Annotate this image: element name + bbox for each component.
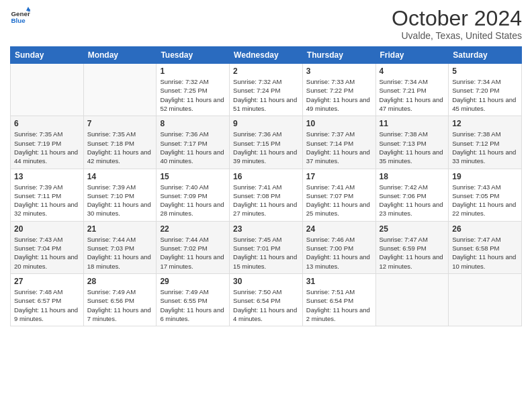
day-number: 12 — [452, 119, 518, 128]
calendar-day-header: Monday — [83, 47, 157, 64]
calendar-cell — [83, 64, 157, 116]
day-number: 24 — [306, 224, 372, 234]
day-number: 13 — [14, 172, 80, 181]
day-info: Sunrise: 7:49 AMSunset: 6:55 PMDaylight:… — [160, 287, 226, 323]
day-number: 16 — [233, 172, 299, 181]
day-info: Sunrise: 7:32 AMSunset: 7:24 PMDaylight:… — [233, 77, 299, 113]
day-info: Sunrise: 7:44 AMSunset: 7:02 PMDaylight:… — [160, 235, 226, 271]
calendar-week-row: 1Sunrise: 7:32 AMSunset: 7:25 PMDaylight… — [11, 64, 522, 116]
calendar-cell — [11, 64, 84, 116]
day-info: Sunrise: 7:40 AMSunset: 7:09 PMDaylight:… — [160, 183, 226, 218]
day-info: Sunrise: 7:47 AMSunset: 6:59 PMDaylight:… — [380, 235, 445, 271]
calendar-cell: 29Sunrise: 7:49 AMSunset: 6:55 PMDayligh… — [157, 273, 230, 326]
calendar-cell: 3Sunrise: 7:33 AMSunset: 7:22 PMDaylight… — [302, 64, 375, 116]
calendar-cell: 18Sunrise: 7:42 AMSunset: 7:06 PMDayligh… — [375, 169, 449, 221]
calendar-header-row: SundayMondayTuesdayWednesdayThursdayFrid… — [11, 47, 522, 64]
calendar-cell: 6Sunrise: 7:35 AMSunset: 7:19 PMDaylight… — [11, 116, 84, 169]
day-number: 26 — [452, 224, 518, 234]
day-number: 27 — [14, 277, 80, 286]
calendar-cell: 25Sunrise: 7:47 AMSunset: 6:59 PMDayligh… — [375, 221, 449, 273]
day-number: 8 — [160, 119, 226, 128]
calendar-cell: 14Sunrise: 7:39 AMSunset: 7:10 PMDayligh… — [83, 169, 157, 221]
day-number: 9 — [233, 119, 299, 128]
calendar-week-row: 13Sunrise: 7:39 AMSunset: 7:11 PMDayligh… — [11, 169, 522, 221]
calendar-cell: 19Sunrise: 7:43 AMSunset: 7:05 PMDayligh… — [449, 169, 522, 221]
calendar-cell: 13Sunrise: 7:39 AMSunset: 7:11 PMDayligh… — [11, 169, 84, 221]
location: Uvalde, Texas, United States — [392, 30, 522, 41]
day-info: Sunrise: 7:50 AMSunset: 6:54 PMDaylight:… — [233, 287, 299, 323]
day-info: Sunrise: 7:45 AMSunset: 7:01 PMDaylight:… — [233, 235, 299, 271]
calendar-cell: 15Sunrise: 7:40 AMSunset: 7:09 PMDayligh… — [157, 169, 230, 221]
calendar-cell: 26Sunrise: 7:47 AMSunset: 6:58 PMDayligh… — [449, 221, 522, 273]
calendar-cell: 20Sunrise: 7:43 AMSunset: 7:04 PMDayligh… — [11, 221, 84, 273]
day-number: 21 — [87, 224, 153, 234]
day-number: 7 — [87, 119, 153, 128]
day-info: Sunrise: 7:43 AMSunset: 7:05 PMDaylight:… — [452, 183, 518, 218]
day-number: 5 — [452, 66, 518, 76]
day-info: Sunrise: 7:43 AMSunset: 7:04 PMDaylight:… — [14, 235, 80, 271]
day-number: 23 — [233, 224, 299, 234]
calendar-cell: 17Sunrise: 7:41 AMSunset: 7:07 PMDayligh… — [302, 169, 375, 221]
calendar-cell: 24Sunrise: 7:46 AMSunset: 7:00 PMDayligh… — [302, 221, 375, 273]
calendar-cell: 11Sunrise: 7:38 AMSunset: 7:13 PMDayligh… — [375, 116, 449, 169]
day-info: Sunrise: 7:38 AMSunset: 7:13 PMDaylight:… — [380, 130, 445, 165]
calendar-day-header: Thursday — [302, 47, 375, 64]
svg-text:General: General — [11, 10, 31, 17]
day-info: Sunrise: 7:33 AMSunset: 7:22 PMDaylight:… — [306, 77, 372, 113]
day-info: Sunrise: 7:34 AMSunset: 7:21 PMDaylight:… — [380, 77, 445, 113]
day-number: 6 — [14, 119, 80, 128]
calendar-day-header: Friday — [375, 47, 449, 64]
title-block: October 2024 Uvalde, Texas, United State… — [392, 7, 522, 41]
day-info: Sunrise: 7:34 AMSunset: 7:20 PMDaylight:… — [452, 77, 518, 113]
day-info: Sunrise: 7:38 AMSunset: 7:12 PMDaylight:… — [452, 130, 518, 165]
calendar-cell — [375, 273, 449, 326]
calendar-cell: 16Sunrise: 7:41 AMSunset: 7:08 PMDayligh… — [230, 169, 303, 221]
calendar-cell: 12Sunrise: 7:38 AMSunset: 7:12 PMDayligh… — [449, 116, 522, 169]
calendar-week-row: 6Sunrise: 7:35 AMSunset: 7:19 PMDaylight… — [11, 116, 522, 169]
day-number: 18 — [380, 172, 445, 181]
day-info: Sunrise: 7:32 AMSunset: 7:25 PMDaylight:… — [160, 77, 226, 113]
day-number: 25 — [380, 224, 445, 234]
calendar-week-row: 20Sunrise: 7:43 AMSunset: 7:04 PMDayligh… — [11, 221, 522, 273]
day-info: Sunrise: 7:39 AMSunset: 7:10 PMDaylight:… — [87, 183, 153, 218]
day-info: Sunrise: 7:41 AMSunset: 7:08 PMDaylight:… — [233, 183, 299, 218]
calendar-cell: 21Sunrise: 7:44 AMSunset: 7:03 PMDayligh… — [83, 221, 157, 273]
calendar-table: SundayMondayTuesdayWednesdayThursdayFrid… — [10, 46, 522, 326]
calendar-cell: 23Sunrise: 7:45 AMSunset: 7:01 PMDayligh… — [230, 221, 303, 273]
calendar-cell: 30Sunrise: 7:50 AMSunset: 6:54 PMDayligh… — [230, 273, 303, 326]
calendar-cell: 9Sunrise: 7:36 AMSunset: 7:15 PMDaylight… — [230, 116, 303, 169]
day-number: 2 — [233, 66, 299, 76]
day-number: 20 — [14, 224, 80, 234]
calendar-day-header: Wednesday — [230, 47, 303, 64]
day-number: 30 — [233, 277, 299, 286]
calendar-cell: 28Sunrise: 7:49 AMSunset: 6:56 PMDayligh… — [83, 273, 157, 326]
day-number: 4 — [380, 66, 445, 76]
day-info: Sunrise: 7:46 AMSunset: 7:00 PMDaylight:… — [306, 235, 372, 271]
calendar-cell: 4Sunrise: 7:34 AMSunset: 7:21 PMDaylight… — [375, 64, 449, 116]
calendar-cell: 2Sunrise: 7:32 AMSunset: 7:24 PMDaylight… — [230, 64, 303, 116]
calendar-cell: 7Sunrise: 7:35 AMSunset: 7:18 PMDaylight… — [83, 116, 157, 169]
calendar-cell: 31Sunrise: 7:51 AMSunset: 6:54 PMDayligh… — [302, 273, 375, 326]
page-header: General Blue October 2024 Uvalde, Texas,… — [10, 7, 522, 41]
day-number: 10 — [306, 119, 372, 128]
day-info: Sunrise: 7:48 AMSunset: 6:57 PMDaylight:… — [14, 287, 80, 323]
day-number: 3 — [306, 66, 372, 76]
day-info: Sunrise: 7:39 AMSunset: 7:11 PMDaylight:… — [14, 183, 80, 218]
calendar-cell: 1Sunrise: 7:32 AMSunset: 7:25 PMDaylight… — [157, 64, 230, 116]
day-number: 28 — [87, 277, 153, 286]
day-info: Sunrise: 7:42 AMSunset: 7:06 PMDaylight:… — [380, 183, 445, 218]
svg-text:Blue: Blue — [11, 17, 26, 24]
day-number: 14 — [87, 172, 153, 181]
calendar-cell: 22Sunrise: 7:44 AMSunset: 7:02 PMDayligh… — [157, 221, 230, 273]
calendar-cell — [449, 273, 522, 326]
calendar-week-row: 27Sunrise: 7:48 AMSunset: 6:57 PMDayligh… — [11, 273, 522, 326]
day-number: 31 — [306, 277, 372, 286]
day-number: 11 — [380, 119, 445, 128]
logo: General Blue — [10, 7, 30, 27]
day-info: Sunrise: 7:36 AMSunset: 7:17 PMDaylight:… — [160, 130, 226, 165]
day-info: Sunrise: 7:51 AMSunset: 6:54 PMDaylight:… — [306, 287, 372, 323]
calendar-cell: 8Sunrise: 7:36 AMSunset: 7:17 PMDaylight… — [157, 116, 230, 169]
calendar-cell: 27Sunrise: 7:48 AMSunset: 6:57 PMDayligh… — [11, 273, 84, 326]
day-info: Sunrise: 7:41 AMSunset: 7:07 PMDaylight:… — [306, 183, 372, 218]
day-info: Sunrise: 7:47 AMSunset: 6:58 PMDaylight:… — [452, 235, 518, 271]
